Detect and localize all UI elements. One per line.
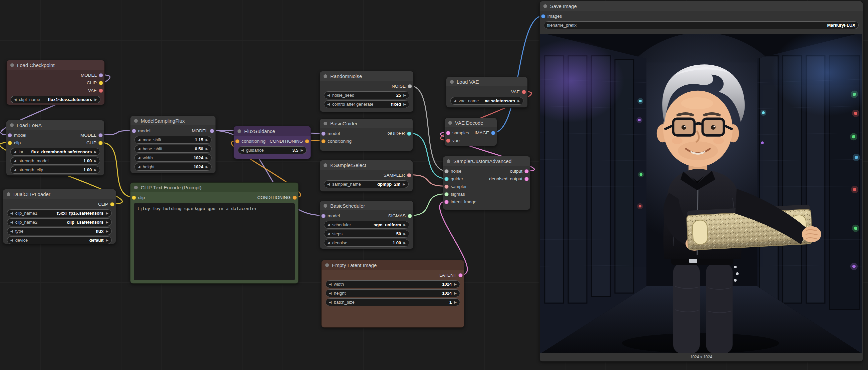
increment-arrow-icon[interactable]: ▶: [454, 292, 457, 295]
widget-height[interactable]: ◀height1024▶: [326, 289, 460, 297]
decrement-arrow-icon[interactable]: ◀: [329, 301, 332, 304]
node-title-bar[interactable]: VAE Decode: [445, 118, 497, 127]
collapse-dot-icon[interactable]: [7, 192, 10, 196]
increment-arrow-icon[interactable]: ▶: [403, 183, 405, 186]
decrement-arrow-icon[interactable]: ◀: [14, 168, 17, 172]
node-title-bar[interactable]: ModelSamplingFlux: [130, 116, 216, 125]
increment-arrow-icon[interactable]: ▶: [106, 239, 108, 242]
widget-filename-prefix[interactable]: filename_prefixMarkuryFLUX: [544, 21, 859, 29]
node-randomNoise[interactable]: RandomNoiseNOISE◀noise_seed25▶◀control a…: [319, 71, 414, 112]
increment-arrow-icon[interactable]: ▶: [106, 230, 108, 233]
decrement-arrow-icon[interactable]: ◀: [10, 221, 13, 224]
decrement-arrow-icon[interactable]: ◀: [138, 147, 141, 151]
increment-arrow-icon[interactable]: ▶: [403, 223, 406, 227]
input-port-samples[interactable]: [446, 131, 451, 135]
collapse-dot-icon[interactable]: [448, 121, 452, 125]
widget-type[interactable]: ◀typeflux▶: [7, 227, 112, 235]
decrement-arrow-icon[interactable]: ◀: [138, 138, 141, 142]
output-port-CLIP[interactable]: [110, 202, 115, 206]
node-title-bar[interactable]: Save Image: [540, 1, 863, 11]
node-dualClipLoader[interactable]: DualCLIPLoaderCLIP◀clip_name1t5xxl_fp16.…: [3, 189, 116, 244]
node-loadVae[interactable]: Load VAEVAE◀vae_nameae.safetensors▶: [446, 77, 528, 108]
output-port-SIGMAS[interactable]: [408, 214, 412, 218]
node-title-bar[interactable]: BasicGuider: [320, 119, 413, 128]
output-port-CONDITIONING[interactable]: [292, 195, 297, 200]
node-title-bar[interactable]: Empty Latent Image: [321, 260, 464, 270]
decrement-arrow-icon[interactable]: ◀: [14, 159, 17, 163]
decrement-arrow-icon[interactable]: ◀: [327, 241, 330, 245]
increment-arrow-icon[interactable]: ▶: [206, 147, 208, 151]
output-port-MODEL[interactable]: [99, 73, 103, 77]
node-basicGuider[interactable]: BasicGuidermodelGUIDERconditioning: [319, 118, 413, 151]
output-port-CLIP[interactable]: [99, 81, 103, 85]
output-port-CONDITIONING[interactable]: [305, 139, 309, 143]
decrement-arrow-icon[interactable]: ◀: [327, 103, 330, 106]
input-port-latent_image[interactable]: [444, 200, 449, 204]
increment-arrow-icon[interactable]: ▶: [403, 241, 406, 245]
output-port-IMAGE[interactable]: [491, 131, 495, 135]
widget-base-shift[interactable]: ◀base_shift0.50▶: [134, 145, 212, 153]
node-title-bar[interactable]: Load Checkpoint: [7, 60, 104, 70]
node-title-bar[interactable]: CLIP Text Encode (Prompt): [130, 183, 298, 192]
input-port-conditioning[interactable]: [321, 139, 326, 143]
collapse-dot-icon[interactable]: [10, 63, 14, 67]
node-basicScheduler[interactable]: BasicSchedulermodelSIGMAS◀schedulersgm_u…: [319, 201, 414, 249]
widget-max-shift[interactable]: ◀max_shift1.15▶: [134, 136, 212, 144]
widget-strength-model[interactable]: ◀strength_model1.00▶: [10, 157, 100, 165]
input-port-noise[interactable]: [444, 169, 449, 173]
output-port-NOISE[interactable]: [408, 84, 412, 88]
collapse-dot-icon[interactable]: [323, 204, 327, 208]
increment-arrow-icon[interactable]: ▶: [206, 165, 208, 169]
collapse-dot-icon[interactable]: [10, 123, 14, 127]
node-title-bar[interactable]: FluxGuidance: [234, 126, 311, 136]
widget-device[interactable]: ◀devicedefault▶: [7, 236, 112, 244]
widget-scheduler[interactable]: ◀schedulersgm_uniform▶: [324, 221, 409, 229]
input-port-model[interactable]: [8, 133, 12, 137]
widget-height[interactable]: ◀height1024▶: [134, 163, 212, 171]
decrement-arrow-icon[interactable]: ◀: [138, 165, 141, 169]
output-port-denoised_output[interactable]: [524, 177, 529, 181]
input-port-sigmas[interactable]: [444, 192, 449, 196]
widget-denoise[interactable]: ◀denoise1.00▶: [324, 239, 409, 247]
input-port-model[interactable]: [321, 131, 326, 136]
decrement-arrow-icon[interactable]: ◀: [10, 212, 13, 215]
widget-lor-[interactable]: ◀lor ...flux_dreambooth.safetensors▶: [10, 148, 100, 156]
node-title-bar[interactable]: RandomNoise: [320, 71, 413, 81]
node-title-bar[interactable]: KSamplerSelect: [320, 160, 413, 170]
widget-width[interactable]: ◀width1024▶: [326, 280, 460, 288]
increment-arrow-icon[interactable]: ▶: [403, 232, 406, 236]
widget-clip-name2[interactable]: ◀clip_name2clip_l.safetensors▶: [7, 218, 112, 226]
increment-arrow-icon[interactable]: ▶: [106, 212, 108, 215]
increment-arrow-icon[interactable]: ▶: [206, 138, 208, 142]
collapse-dot-icon[interactable]: [450, 80, 454, 84]
widget-ckpt-name[interactable]: ◀ckpt_nameflux1-dev.safetensors▶: [11, 96, 100, 103]
widget-sampler-name[interactable]: ◀sampler_namedpmpp_2m▶: [324, 180, 409, 188]
increment-arrow-icon[interactable]: ▶: [206, 156, 208, 160]
workflow-canvas[interactable]: Load CheckpointMODELCLIPVAE◀ckpt_nameflu…: [0, 0, 868, 370]
decrement-arrow-icon[interactable]: ◀: [327, 223, 330, 227]
increment-arrow-icon[interactable]: ▶: [518, 99, 520, 103]
increment-arrow-icon[interactable]: ▶: [454, 283, 457, 286]
node-title-bar[interactable]: BasicScheduler: [320, 201, 413, 210]
input-port-model[interactable]: [132, 129, 136, 133]
output-port-MODEL[interactable]: [210, 129, 214, 133]
decrement-arrow-icon[interactable]: ◀: [138, 156, 141, 160]
widget-batch-size[interactable]: ◀batch_size1▶: [326, 298, 460, 306]
node-loadLora[interactable]: Load LoRAmodelMODELclipCLIP◀lor ...flux_…: [6, 120, 104, 176]
node-loadCheckpoint[interactable]: Load CheckpointMODELCLIPVAE◀ckpt_nameflu…: [6, 60, 105, 105]
increment-arrow-icon[interactable]: ▶: [403, 103, 406, 106]
node-kSamplerSelect[interactable]: KSamplerSelectSAMPLER◀sampler_namedpmpp_…: [319, 160, 413, 192]
node-fluxGuidance[interactable]: FluxGuidanceconditioningCONDITIONING◀gui…: [234, 126, 311, 159]
widget-vae-name[interactable]: ◀vae_nameae.safetensors▶: [451, 97, 523, 105]
widget-width[interactable]: ◀width1024▶: [134, 154, 212, 162]
increment-arrow-icon[interactable]: ▶: [94, 168, 97, 172]
output-port-GUIDER[interactable]: [407, 131, 411, 136]
input-port-sampler[interactable]: [444, 184, 449, 189]
output-port-CLIP[interactable]: [98, 141, 103, 145]
collapse-dot-icon[interactable]: [134, 186, 138, 189]
output-port-VAE[interactable]: [99, 88, 103, 93]
decrement-arrow-icon[interactable]: ◀: [329, 292, 332, 295]
decrement-arrow-icon[interactable]: ◀: [327, 183, 330, 186]
widget-strength-clip[interactable]: ◀strength_clip1.00▶: [10, 166, 100, 174]
output-port-VAE[interactable]: [522, 90, 526, 94]
